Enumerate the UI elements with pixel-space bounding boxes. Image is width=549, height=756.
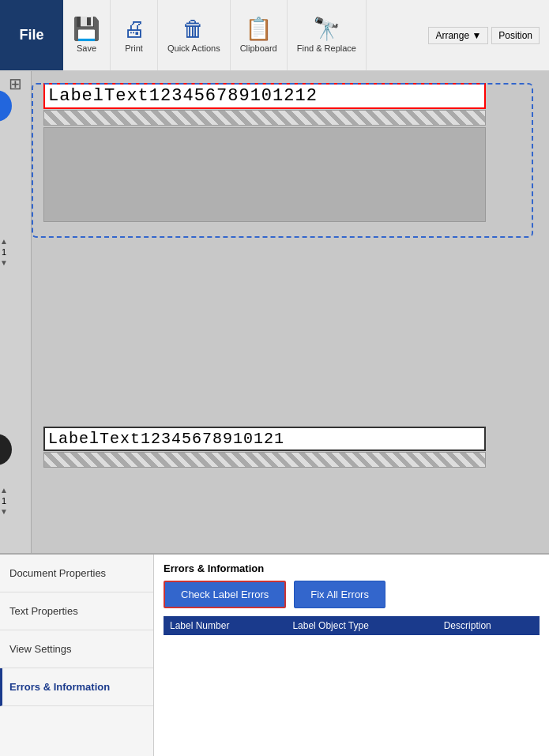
label2-text-field[interactable]: LabelText123456789101212 (43, 83, 486, 109)
label3-text-field[interactable]: LabelText12345678910121 (43, 427, 486, 451)
arrange-label: Arrange ▼ (435, 30, 481, 41)
errors-button-row: Check Label Errors Fix All Errors (164, 581, 540, 608)
row-control-2: ▲ 1 ▼ (0, 237, 8, 267)
label-block-3: 3 LabelText12345678910121 ▲ 1 ▼ (43, 427, 486, 468)
toolbar: File 💾 Save 🖨 Print 🗑 Quick Actions 📋 Cl… (0, 0, 549, 71)
sidebar-item-document-properties[interactable]: Document Properties (0, 555, 153, 592)
left-ruler: ⊞ (0, 71, 32, 553)
save-label: Save (77, 43, 96, 53)
row-number-3: 1 (2, 496, 6, 506)
position-button[interactable]: Position (491, 27, 540, 44)
bottom-panel: Document Properties Text Properties View… (0, 553, 549, 756)
sidebar-item-text-properties[interactable]: Text Properties (0, 592, 153, 630)
sidebar: Document Properties Text Properties View… (0, 555, 154, 756)
row-number-2: 1 (2, 247, 6, 257)
label2-gray-box (43, 127, 486, 222)
ruler-icon: ⊞ (9, 74, 22, 93)
col-label-number: Label Number (164, 616, 286, 635)
row-up-arrow-3[interactable]: ▲ (0, 486, 8, 495)
col-label-object-type: Label Object Type (286, 616, 437, 635)
fix-all-errors-button[interactable]: Fix All Errors (294, 581, 385, 608)
position-label: Position (498, 30, 532, 41)
print-icon: 🖨 (123, 18, 145, 40)
clipboard-icon: 📋 (245, 18, 273, 40)
print-label: Print (125, 43, 143, 53)
find-replace-button[interactable]: 🔭 Find & Replace (288, 0, 367, 70)
col-description: Description (438, 616, 540, 635)
label-block-2: 2 LabelText123456789101212 ▲ 1 ▼ (43, 83, 486, 222)
arrange-button[interactable]: Arrange ▼ (428, 27, 488, 44)
file-label: File (19, 27, 43, 43)
errors-table: Label Number Label Object Type Descripti… (164, 616, 540, 635)
print-button[interactable]: 🖨 Print (111, 0, 158, 70)
quick-actions-button[interactable]: 🗑 Quick Actions (158, 0, 231, 70)
sidebar-item-view-settings[interactable]: View Settings (0, 630, 153, 668)
sidebar-item-errors-information[interactable]: Errors & Information (0, 668, 153, 706)
file-button[interactable]: File (0, 0, 63, 70)
check-label-errors-button[interactable]: Check Label Errors (164, 581, 286, 608)
save-button[interactable]: 💾 Save (63, 0, 111, 70)
quick-actions-label: Quick Actions (167, 43, 220, 53)
errors-table-header-row: Label Number Label Object Type Descripti… (164, 616, 540, 635)
toolbar-right: Arrange ▼ Position (419, 0, 549, 70)
quick-actions-icon: 🗑 (182, 18, 205, 40)
errors-panel: Errors & Information Check Label Errors … (154, 555, 549, 756)
find-replace-icon: 🔭 (313, 18, 340, 40)
label3-hatch-bar (43, 452, 486, 468)
errors-panel-title: Errors & Information (164, 562, 540, 574)
save-icon: 💾 (73, 18, 100, 40)
clipboard-label: Clipboard (240, 43, 277, 53)
clipboard-button[interactable]: 📋 Clipboard (231, 0, 288, 70)
row-down-arrow-2[interactable]: ▼ (0, 258, 8, 267)
row-up-arrow-2[interactable]: ▲ (0, 237, 8, 246)
row-down-arrow-3[interactable]: ▼ (0, 507, 8, 516)
row-control-3: ▲ 1 ▼ (0, 486, 8, 516)
find-replace-label: Find & Replace (297, 43, 356, 53)
label2-hatch-bar (43, 110, 486, 126)
canvas-area: ⊞ 2 LabelText123456789101212 ▲ 1 ▼ (0, 71, 549, 553)
